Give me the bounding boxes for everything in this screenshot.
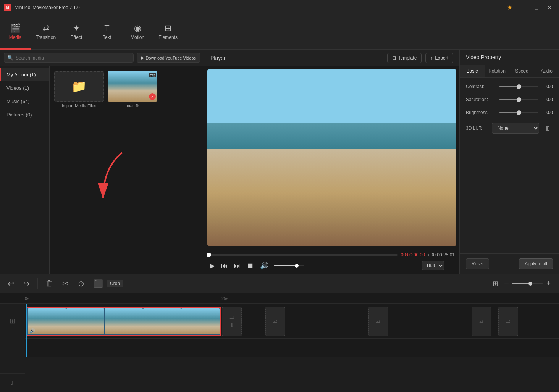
video-clip[interactable]: 🔊 <box>26 307 221 336</box>
volume-slider[interactable] <box>274 265 304 266</box>
audio-track <box>25 338 559 357</box>
tracks-container: 🔊 ⇄ ⬇ ⇄ ⇄ ⇄ <box>25 304 559 357</box>
timeline-content: ⊞ ♪ 🔊 <box>0 304 559 392</box>
sidebar-item-pictures[interactable]: Pictures (0) <box>0 108 49 121</box>
current-time: 00:00:00.00 <box>401 252 425 258</box>
media-toolbar: 🔍 ▶ Download YouTube Videos <box>0 50 204 66</box>
transition-slot-3[interactable]: ⇄ <box>368 307 388 336</box>
contrast-slider[interactable] <box>499 86 538 87</box>
aspect-ratio-select[interactable]: 16:9 <box>422 261 444 270</box>
win-controls: – □ ✕ <box>518 3 555 12</box>
download-youtube-label: Download YouTube Videos <box>146 56 196 60</box>
reset-button[interactable]: Reset <box>466 258 489 269</box>
sidebar-item-videos[interactable]: Videos (1) <box>0 81 49 95</box>
search-input[interactable] <box>16 55 130 61</box>
contrast-row: Contrast: 0.0 <box>466 84 553 89</box>
toolbar-media-label: Media <box>9 35 22 40</box>
sidebar-item-music[interactable]: Music (64) <box>0 95 49 108</box>
titlebar: M MiniTool MovieMaker Free 7.1.0 ★ – □ ✕ <box>0 0 559 15</box>
play-button[interactable]: ▶ <box>209 261 216 271</box>
undo-button[interactable]: ↩ <box>6 277 16 290</box>
sidebar: My Album (1) Videos (1) Music (64) Pictu… <box>0 66 50 274</box>
timeline-tracks[interactable]: 🔊 ⇄ ⬇ ⇄ ⇄ ⇄ <box>25 304 559 392</box>
zoom-reset-button[interactable]: + <box>544 279 553 288</box>
minimize-button[interactable]: – <box>518 3 529 12</box>
transition-slot-1[interactable]: ⇄ ⬇ <box>222 307 242 336</box>
track-labels: ⊞ ♪ <box>0 304 25 392</box>
toolbar-media[interactable]: 🎬 Media <box>0 15 31 50</box>
delete-button[interactable]: 🗑 <box>44 277 55 289</box>
toolbar-elements[interactable]: ⊞ Elements <box>153 15 183 50</box>
template-button[interactable]: ⊞ Template <box>387 53 422 63</box>
split-button[interactable]: ✂ <box>61 277 70 290</box>
prev-frame-button[interactable]: ⏮ <box>220 261 229 271</box>
close-button[interactable]: ✕ <box>544 3 555 12</box>
toolbar-sep-1 <box>37 278 38 289</box>
zoom-in-button[interactable]: ⊞ <box>490 279 501 289</box>
brightness-label: Brightness: <box>466 110 496 115</box>
transition-slot-4[interactable]: ⇄ <box>472 307 491 336</box>
next-frame-button[interactable]: ⏭ <box>233 261 242 271</box>
tab-rotation[interactable]: Rotation <box>485 65 509 77</box>
progress-bar[interactable] <box>209 254 398 256</box>
zoom-slider[interactable] <box>512 283 543 284</box>
video-track-add-button[interactable]: ⊞ <box>0 304 25 338</box>
tab-audio[interactable]: Audio <box>534 65 559 77</box>
lut-delete-button[interactable]: 🗑 <box>542 124 553 132</box>
transition-slot-2[interactable]: ⇄ <box>265 307 285 336</box>
sidebar-item-my-album[interactable]: My Album (1) <box>0 68 49 81</box>
fullscreen-button[interactable]: ⛶ <box>449 262 455 269</box>
props-tabs: Basic Rotation Speed Audio <box>460 65 559 78</box>
toolbar-text-label: Text <box>103 35 111 40</box>
volume-button[interactable]: 🔊 <box>259 261 269 271</box>
tab-basic[interactable]: Basic <box>460 65 485 77</box>
saturation-slider[interactable] <box>499 99 538 100</box>
redo-button[interactable]: ↪ <box>22 277 31 290</box>
export-button[interactable]: ↑ Export <box>425 53 453 63</box>
clip-frame-2 <box>66 308 105 334</box>
boat4k-label: boat-4k <box>126 103 140 108</box>
template-icon: ⊞ <box>392 55 396 61</box>
properties-panel: Video Property Basic Rotation Speed Audi… <box>460 50 559 274</box>
playback-bar: 00:00:00.00 / 00:00:25.01 <box>209 252 455 258</box>
detach-button[interactable]: ⊙ <box>76 277 86 290</box>
timeline-toolbar: ↩ ↪ 🗑 ✂ ⊙ ⬛ Crop ⊞ – + <box>0 274 559 293</box>
motion-icon: ◉ <box>134 23 141 33</box>
search-icon: 🔍 <box>7 55 13 61</box>
toolbar-effect[interactable]: ✦ Effect <box>61 15 92 50</box>
props-title: Video Property <box>460 50 559 65</box>
toolbar-text[interactable]: T Text <box>92 15 122 50</box>
zoom-out-button[interactable]: – <box>502 279 511 288</box>
zoom-controls: ⊞ – + <box>490 279 553 289</box>
playhead[interactable] <box>26 304 27 357</box>
crop-button[interactable]: ⬛ <box>92 277 105 290</box>
toolbar-motion[interactable]: ◉ Motion <box>122 15 153 50</box>
import-media-item[interactable]: 📁 Import Media Files <box>54 71 104 108</box>
download-youtube-button[interactable]: ▶ Download YouTube Videos <box>137 53 200 63</box>
total-time: / 00:00:25.01 <box>428 252 455 258</box>
tab-speed[interactable]: Speed <box>509 65 534 77</box>
toolbar-transition[interactable]: ⇄ Transition <box>31 15 61 50</box>
lut-select[interactable]: None <box>492 123 539 134</box>
maximize-button[interactable]: □ <box>531 3 542 12</box>
effect-icon: ✦ <box>73 23 80 33</box>
transition-slot-5[interactable]: ⇄ <box>498 307 518 336</box>
video-track: 🔊 ⇄ ⬇ ⇄ ⇄ ⇄ <box>25 304 559 338</box>
brightness-value: 0.0 <box>541 110 553 115</box>
clip-frame-3 <box>105 308 143 334</box>
lut-row: 3D LUT: None 🗑 <box>466 123 553 134</box>
media-grid: 📁 Import Media Files 📷 ✓ boat-4k <box>50 66 204 274</box>
brightness-slider[interactable] <box>499 112 538 113</box>
stop-button[interactable]: ⏹ <box>246 261 255 271</box>
player-panel: Player ⊞ Template ↑ Export <box>204 50 460 274</box>
check-icon: ✓ <box>149 93 156 100</box>
apply-all-button[interactable]: Apply to all <box>519 258 553 269</box>
audio-track-label: ♪ <box>0 373 25 392</box>
video-preview <box>207 69 456 246</box>
player-header: Player ⊞ Template ↑ Export <box>204 50 459 66</box>
search-box[interactable]: 🔍 <box>4 53 134 63</box>
ruler-mark-0s: 0s <box>25 296 29 301</box>
player-title: Player <box>210 55 387 61</box>
boat4k-media-item[interactable]: 📷 ✓ boat-4k <box>108 71 157 108</box>
clip-frame-5 <box>181 308 220 334</box>
